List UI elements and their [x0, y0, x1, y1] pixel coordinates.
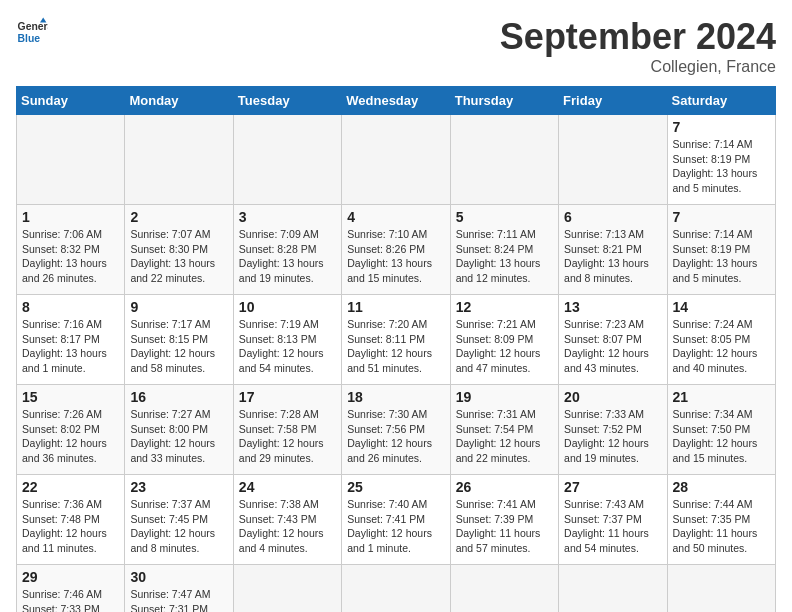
day-info: Sunrise: 7:20 AMSunset: 8:11 PMDaylight:…	[347, 317, 444, 376]
calendar-cell: 20Sunrise: 7:33 AMSunset: 7:52 PMDayligh…	[559, 385, 667, 475]
calendar-header-row: Sunday Monday Tuesday Wednesday Thursday…	[17, 87, 776, 115]
day-number: 13	[564, 299, 661, 315]
calendar-cell: 6Sunrise: 7:13 AMSunset: 8:21 PMDaylight…	[559, 205, 667, 295]
day-info: Sunrise: 7:30 AMSunset: 7:56 PMDaylight:…	[347, 407, 444, 466]
calendar-cell: 19Sunrise: 7:31 AMSunset: 7:54 PMDayligh…	[450, 385, 558, 475]
day-info: Sunrise: 7:27 AMSunset: 8:00 PMDaylight:…	[130, 407, 227, 466]
calendar-cell: 3Sunrise: 7:09 AMSunset: 8:28 PMDaylight…	[233, 205, 341, 295]
day-info: Sunrise: 7:40 AMSunset: 7:41 PMDaylight:…	[347, 497, 444, 556]
calendar-week-row: 7Sunrise: 7:14 AMSunset: 8:19 PMDaylight…	[17, 115, 776, 205]
day-number: 9	[130, 299, 227, 315]
calendar-cell: 8Sunrise: 7:16 AMSunset: 8:17 PMDaylight…	[17, 295, 125, 385]
calendar-cell: 23Sunrise: 7:37 AMSunset: 7:45 PMDayligh…	[125, 475, 233, 565]
calendar-table: Sunday Monday Tuesday Wednesday Thursday…	[16, 86, 776, 612]
calendar-cell: 13Sunrise: 7:23 AMSunset: 8:07 PMDayligh…	[559, 295, 667, 385]
calendar-body: 7Sunrise: 7:14 AMSunset: 8:19 PMDaylight…	[17, 115, 776, 613]
day-number: 25	[347, 479, 444, 495]
calendar-cell: 17Sunrise: 7:28 AMSunset: 7:58 PMDayligh…	[233, 385, 341, 475]
day-number: 11	[347, 299, 444, 315]
calendar-cell: 2Sunrise: 7:07 AMSunset: 8:30 PMDaylight…	[125, 205, 233, 295]
day-number: 18	[347, 389, 444, 405]
day-number: 17	[239, 389, 336, 405]
day-number: 20	[564, 389, 661, 405]
day-number: 22	[22, 479, 119, 495]
calendar-week-row: 15Sunrise: 7:26 AMSunset: 8:02 PMDayligh…	[17, 385, 776, 475]
day-number: 2	[130, 209, 227, 225]
calendar-cell: 22Sunrise: 7:36 AMSunset: 7:48 PMDayligh…	[17, 475, 125, 565]
calendar-week-row: 1Sunrise: 7:06 AMSunset: 8:32 PMDaylight…	[17, 205, 776, 295]
day-info: Sunrise: 7:10 AMSunset: 8:26 PMDaylight:…	[347, 227, 444, 286]
day-info: Sunrise: 7:09 AMSunset: 8:28 PMDaylight:…	[239, 227, 336, 286]
col-friday: Friday	[559, 87, 667, 115]
day-number: 8	[22, 299, 119, 315]
day-number: 30	[130, 569, 227, 585]
day-number: 6	[564, 209, 661, 225]
logo: General Blue	[16, 16, 48, 48]
day-number: 5	[456, 209, 553, 225]
day-info: Sunrise: 7:44 AMSunset: 7:35 PMDaylight:…	[673, 497, 770, 556]
day-info: Sunrise: 7:11 AMSunset: 8:24 PMDaylight:…	[456, 227, 553, 286]
day-number: 7	[673, 209, 770, 225]
calendar-cell: 4Sunrise: 7:10 AMSunset: 8:26 PMDaylight…	[342, 205, 450, 295]
col-monday: Monday	[125, 87, 233, 115]
location: Collegien, France	[500, 58, 776, 76]
day-info: Sunrise: 7:31 AMSunset: 7:54 PMDaylight:…	[456, 407, 553, 466]
day-info: Sunrise: 7:47 AMSunset: 7:31 PMDaylight:…	[130, 587, 227, 612]
day-info: Sunrise: 7:36 AMSunset: 7:48 PMDaylight:…	[22, 497, 119, 556]
day-number: 16	[130, 389, 227, 405]
title-area: September 2024 Collegien, France	[500, 16, 776, 76]
day-info: Sunrise: 7:14 AMSunset: 8:19 PMDaylight:…	[673, 227, 770, 286]
calendar-cell: 25Sunrise: 7:40 AMSunset: 7:41 PMDayligh…	[342, 475, 450, 565]
calendar-cell: 9Sunrise: 7:17 AMSunset: 8:15 PMDaylight…	[125, 295, 233, 385]
day-number: 3	[239, 209, 336, 225]
month-title: September 2024	[500, 16, 776, 58]
col-sunday: Sunday	[17, 87, 125, 115]
calendar-cell: 27Sunrise: 7:43 AMSunset: 7:37 PMDayligh…	[559, 475, 667, 565]
calendar-cell: 16Sunrise: 7:27 AMSunset: 8:00 PMDayligh…	[125, 385, 233, 475]
day-number: 27	[564, 479, 661, 495]
day-info: Sunrise: 7:07 AMSunset: 8:30 PMDaylight:…	[130, 227, 227, 286]
col-thursday: Thursday	[450, 87, 558, 115]
page-header: General Blue September 2024 Collegien, F…	[16, 16, 776, 76]
calendar-cell: 12Sunrise: 7:21 AMSunset: 8:09 PMDayligh…	[450, 295, 558, 385]
calendar-cell: 26Sunrise: 7:41 AMSunset: 7:39 PMDayligh…	[450, 475, 558, 565]
day-number: 23	[130, 479, 227, 495]
col-tuesday: Tuesday	[233, 87, 341, 115]
svg-text:General: General	[18, 21, 48, 32]
day-info: Sunrise: 7:37 AMSunset: 7:45 PMDaylight:…	[130, 497, 227, 556]
day-info: Sunrise: 7:26 AMSunset: 8:02 PMDaylight:…	[22, 407, 119, 466]
day-info: Sunrise: 7:21 AMSunset: 8:09 PMDaylight:…	[456, 317, 553, 376]
calendar-cell: 30Sunrise: 7:47 AMSunset: 7:31 PMDayligh…	[125, 565, 233, 613]
day-number: 15	[22, 389, 119, 405]
calendar-cell	[559, 115, 667, 205]
calendar-cell: 18Sunrise: 7:30 AMSunset: 7:56 PMDayligh…	[342, 385, 450, 475]
calendar-cell: 21Sunrise: 7:34 AMSunset: 7:50 PMDayligh…	[667, 385, 775, 475]
calendar-cell	[233, 115, 341, 205]
col-saturday: Saturday	[667, 87, 775, 115]
calendar-cell	[342, 115, 450, 205]
calendar-cell	[450, 115, 558, 205]
calendar-cell	[667, 565, 775, 613]
svg-marker-2	[40, 18, 46, 23]
calendar-cell	[559, 565, 667, 613]
day-number: 26	[456, 479, 553, 495]
logo-icon: General Blue	[16, 16, 48, 48]
calendar-cell	[233, 565, 341, 613]
calendar-cell: 11Sunrise: 7:20 AMSunset: 8:11 PMDayligh…	[342, 295, 450, 385]
day-info: Sunrise: 7:41 AMSunset: 7:39 PMDaylight:…	[456, 497, 553, 556]
calendar-cell: 29Sunrise: 7:46 AMSunset: 7:33 PMDayligh…	[17, 565, 125, 613]
calendar-cell: 24Sunrise: 7:38 AMSunset: 7:43 PMDayligh…	[233, 475, 341, 565]
calendar-cell: 28Sunrise: 7:44 AMSunset: 7:35 PMDayligh…	[667, 475, 775, 565]
day-info: Sunrise: 7:33 AMSunset: 7:52 PMDaylight:…	[564, 407, 661, 466]
calendar-cell	[125, 115, 233, 205]
day-info: Sunrise: 7:23 AMSunset: 8:07 PMDaylight:…	[564, 317, 661, 376]
calendar-cell: 10Sunrise: 7:19 AMSunset: 8:13 PMDayligh…	[233, 295, 341, 385]
calendar-week-row: 22Sunrise: 7:36 AMSunset: 7:48 PMDayligh…	[17, 475, 776, 565]
calendar-cell: 14Sunrise: 7:24 AMSunset: 8:05 PMDayligh…	[667, 295, 775, 385]
calendar-cell: 5Sunrise: 7:11 AMSunset: 8:24 PMDaylight…	[450, 205, 558, 295]
calendar-cell: 7Sunrise: 7:14 AMSunset: 8:19 PMDaylight…	[667, 205, 775, 295]
day-number: 10	[239, 299, 336, 315]
col-wednesday: Wednesday	[342, 87, 450, 115]
calendar-cell	[17, 115, 125, 205]
calendar-cell	[450, 565, 558, 613]
